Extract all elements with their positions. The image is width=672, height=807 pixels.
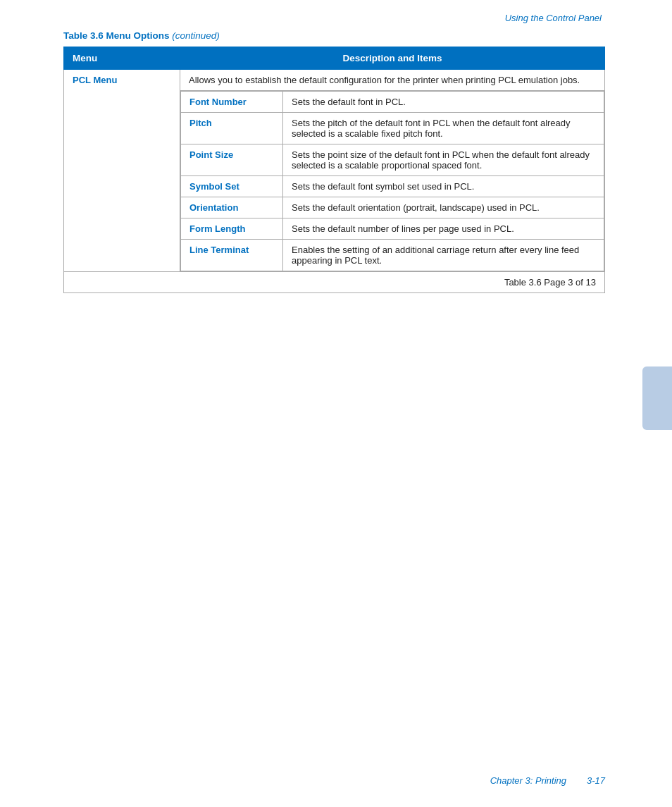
item-desc: Sets the point size of the default font … bbox=[283, 144, 604, 176]
table-title-bold: Table 3.6 Menu Options bbox=[63, 30, 170, 41]
list-item: Line TerminatEnables the setting of an a… bbox=[181, 240, 604, 271]
footer-spacer bbox=[569, 775, 585, 786]
item-desc: Sets the default number of lines per pag… bbox=[283, 218, 604, 240]
footer-page: 3-17 bbox=[587, 775, 605, 786]
item-desc: Sets the default orientation (portrait, … bbox=[283, 197, 604, 218]
pcl-general-desc: Allows you to establish the default conf… bbox=[180, 70, 604, 91]
list-item: OrientationSets the default orientation … bbox=[181, 197, 604, 218]
footer-chapter: Chapter 3: Printing bbox=[490, 775, 566, 786]
table-header-row: Menu Description and Items bbox=[64, 47, 605, 70]
list-item: Symbol SetSets the default font symbol s… bbox=[181, 176, 604, 197]
item-name: Line Terminat bbox=[181, 240, 283, 271]
side-tab bbox=[642, 366, 672, 430]
page-header: Using the Control Panel bbox=[0, 0, 672, 30]
pcl-desc-text: Allows you to establish the default conf… bbox=[189, 75, 580, 85]
table-footer-row: Table 3.6 Page 3 of 13 bbox=[64, 272, 605, 293]
table-footer-text: Table 3.6 Page 3 of 13 bbox=[504, 277, 596, 288]
list-item: Point SizeSets the point size of the def… bbox=[181, 144, 604, 176]
item-desc: Sets the default font in PCL. bbox=[283, 92, 604, 113]
item-name: Pitch bbox=[181, 113, 283, 144]
table-row: PCL Menu Allows you to establish the def… bbox=[64, 70, 605, 272]
col-menu-header: Menu bbox=[64, 47, 180, 70]
inner-items-table: Font NumberSets the default font in PCL.… bbox=[180, 91, 604, 271]
item-desc: Enables the setting of an additional car… bbox=[283, 240, 604, 271]
list-item: Font NumberSets the default font in PCL. bbox=[181, 92, 604, 113]
item-name: Point Size bbox=[181, 144, 283, 176]
content-area: Table 3.6 Menu Options (continued) Menu … bbox=[0, 30, 672, 293]
list-item: PitchSets the pitch of the default font … bbox=[181, 113, 604, 144]
page-container: Using the Control Panel Table 3.6 Menu O… bbox=[0, 0, 672, 807]
item-desc: Sets the default font symbol set used in… bbox=[283, 176, 604, 197]
item-name: Form Length bbox=[181, 218, 283, 240]
table-footer-cell: Table 3.6 Page 3 of 13 bbox=[64, 272, 605, 293]
header-text: Using the Control Panel bbox=[505, 13, 602, 23]
main-table: Menu Description and Items PCL Menu Allo… bbox=[63, 47, 605, 293]
table-title-italic: (continued) bbox=[172, 30, 220, 41]
page-footer: Chapter 3: Printing 3-17 bbox=[490, 775, 605, 786]
list-item: Form LengthSets the default number of li… bbox=[181, 218, 604, 240]
table-title: Table 3.6 Menu Options (continued) bbox=[63, 30, 605, 41]
item-desc: Sets the pitch of the default font in PC… bbox=[283, 113, 604, 144]
item-name: Symbol Set bbox=[181, 176, 283, 197]
item-name: Font Number bbox=[181, 92, 283, 113]
menu-name-pcl: PCL Menu bbox=[64, 70, 180, 272]
col-desc-header: Description and Items bbox=[180, 47, 605, 70]
pcl-description-cell: Allows you to establish the default conf… bbox=[180, 70, 605, 272]
item-name: Orientation bbox=[181, 197, 283, 218]
